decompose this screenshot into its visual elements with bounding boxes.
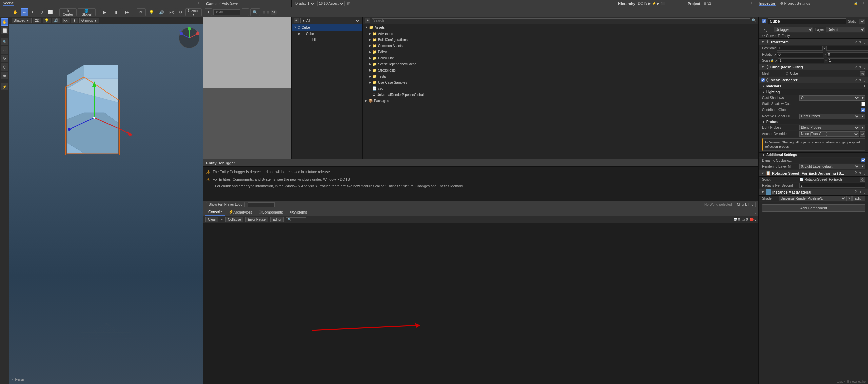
error-pause-btn[interactable]: Error Pause: [245, 217, 268, 222]
show-full-player-loop-btn[interactable]: Show Full Player Loop: [206, 202, 245, 207]
rendering-layer-arrow[interactable]: ▼: [860, 164, 865, 169]
rect-tool[interactable]: ⬜: [46, 8, 55, 16]
cast-shadows-select[interactable]: On: [799, 95, 860, 101]
console-search[interactable]: [286, 217, 306, 222]
transform-scene-tool[interactable]: ⊕: [1, 72, 8, 79]
archetypes-tab[interactable]: ⚡ Archetypes: [225, 208, 255, 216]
project-tab[interactable]: Project: [688, 2, 700, 6]
hier-panel-menu[interactable]: ⋮: [678, 2, 682, 5]
proj-build-configs[interactable]: ▶ 📁 BuildConfigurations: [363, 37, 758, 43]
play-btn[interactable]: ▶: [100, 8, 110, 16]
receive-global-arrow[interactable]: ▼: [860, 114, 865, 119]
hierarchy-add-btn[interactable]: +: [294, 18, 299, 23]
move-tool[interactable]: ↔: [21, 8, 28, 16]
anchor-override-select[interactable]: None (Transform): [799, 131, 859, 137]
mesh-filter-settings[interactable]: ⚙: [858, 65, 861, 69]
transform-settings-btn[interactable]: ⚙: [858, 40, 861, 44]
proj-packages[interactable]: ▶ 📦 Packages: [363, 98, 758, 104]
contribute-global-checkbox[interactable]: [861, 108, 865, 112]
rotate-scene-tool[interactable]: ↻: [1, 55, 8, 62]
insp-panel-menu[interactable]: ⋮: [862, 2, 865, 5]
audio-btn[interactable]: 🔊: [157, 8, 166, 16]
display-select[interactable]: Display 1: [294, 1, 315, 6]
mesh-target-btn[interactable]: ◎: [860, 71, 865, 76]
edit-shader-btn[interactable]: Edit...: [852, 196, 865, 201]
proj-assets[interactable]: ▼ 📁 Assets: [363, 24, 758, 31]
script-target-btn[interactable]: ◎: [860, 177, 865, 182]
transform-header[interactable]: ▼ ✛ Transform ? ⚙ ⋮: [759, 39, 868, 45]
gizmos-btn[interactable]: Gizmos ▼: [185, 8, 202, 16]
proj-common-assets[interactable]: ▶ 📁 Common Assets: [363, 43, 758, 49]
project-add-folder-btn[interactable]: +: [365, 18, 370, 23]
proj-panel-menu[interactable]: ⋮: [750, 2, 753, 5]
project-icon-search[interactable]: 🔍: [752, 18, 756, 23]
hier-item-cube-child[interactable]: ▶ ⬡ Cube: [292, 31, 362, 37]
game-panel-menu[interactable]: ⋮: [285, 2, 289, 5]
collapse-btn[interactable]: Collapse: [225, 217, 243, 222]
gizmos-view-btn[interactable]: Gizmos ▼: [79, 18, 99, 23]
game-maximize-btn[interactable]: ⊞: [347, 1, 350, 6]
pos-y[interactable]: [826, 46, 868, 51]
project-search-btn[interactable]: 🔍: [250, 8, 260, 16]
rotation-speed-header[interactable]: ▼ 📋 Rotation Speed_For Each Authoring (S…: [759, 170, 868, 177]
mesh-renderer-menu[interactable]: ⋮: [863, 78, 866, 82]
hand-tool[interactable]: ✋: [11, 8, 20, 16]
shader-arrow[interactable]: ▼: [846, 196, 852, 201]
chunk-info-btn[interactable]: Chunk Info: [735, 202, 756, 207]
view-type-btn[interactable]: 🔍: [1, 38, 8, 45]
instance-mat-menu[interactable]: ⋮: [863, 190, 866, 194]
scene-tab[interactable]: Scene: [3, 1, 14, 6]
proj-tests[interactable]: ▶ 📁 Tests: [363, 73, 758, 79]
instance-mat-help[interactable]: ?: [855, 190, 857, 194]
lighting-view-btn[interactable]: 💡: [43, 18, 51, 23]
move-scene-tool[interactable]: ↔: [1, 46, 8, 54]
light-probes-arrow[interactable]: ▼: [860, 125, 865, 130]
light-probes-select[interactable]: Blend Probes: [799, 125, 860, 130]
static-dropdown[interactable]: [859, 19, 865, 24]
pause-btn[interactable]: ⏸: [111, 8, 121, 16]
shader-select[interactable]: Universal Render Pipeline/Lit: [779, 196, 846, 201]
lighting-btn[interactable]: 💡: [147, 8, 156, 16]
project-settings-tab[interactable]: ⚙ Project Settings: [780, 1, 810, 6]
mesh-filter-header[interactable]: ▼ ⬡ Cube (Mesh Filter) ? ⚙ ⋮: [759, 64, 868, 70]
inspector-tab[interactable]: Inspector: [759, 1, 776, 6]
object-active-checkbox[interactable]: [762, 19, 766, 23]
hierarchy-search[interactable]: [213, 9, 240, 15]
receive-global-select[interactable]: Light Probes: [799, 114, 860, 119]
proj-advanced[interactable]: ▶ 📁 Advanced: [363, 31, 758, 37]
instance-mat-settings[interactable]: ⚙: [858, 190, 861, 194]
panel-menu-btn[interactable]: ⋮: [197, 2, 200, 5]
mesh-filter-menu[interactable]: ⋮: [863, 65, 866, 69]
scale-tool[interactable]: ⬡: [38, 8, 45, 16]
pivot-toggle[interactable]: ⊕ Center ▼: [59, 8, 77, 16]
proj-urp-global[interactable]: ▶ ⚙ UniversalRenderPipelineGlobal: [363, 92, 758, 98]
mesh-renderer-settings[interactable]: ⚙: [858, 78, 861, 82]
fx-view-btn[interactable]: FX: [62, 18, 70, 23]
rotation-speed-help[interactable]: ?: [855, 171, 857, 175]
clear-btn[interactable]: Clear: [205, 217, 218, 222]
step-btn[interactable]: ⏭: [122, 8, 133, 16]
scale-scene-tool[interactable]: ⬡: [1, 63, 8, 71]
global-toggle[interactable]: 🌐 Global ▼: [78, 8, 96, 16]
hier-item-cube-root[interactable]: ▼ ⬡ Cube: [292, 24, 362, 31]
rot-y[interactable]: [827, 52, 868, 57]
game-tab[interactable]: Game: [206, 2, 217, 6]
2d-btn[interactable]: 2D: [137, 8, 146, 16]
mesh-filter-help[interactable]: ?: [855, 65, 857, 69]
select-tool[interactable]: ⬜: [1, 27, 8, 34]
mesh-renderer-help[interactable]: ?: [855, 78, 857, 82]
proj-use-case-samples[interactable]: ▶ 📁 Use Case Samples: [363, 79, 758, 85]
scene-gizmo-widget[interactable]: X Y Z: [178, 27, 200, 49]
project-search-input[interactable]: [372, 18, 750, 23]
proj-editor[interactable]: ▶ 📁 Editor: [363, 49, 758, 55]
shaded-dropdown[interactable]: Shaded ▼: [12, 18, 32, 23]
proj-hello-cube[interactable]: ▶ 📁 HelloCube: [363, 55, 758, 61]
proj-stress-tests[interactable]: ▶ 📁 StressTests: [363, 67, 758, 73]
scale-y[interactable]: [828, 58, 868, 63]
proj-scene-dep-cache[interactable]: ▶ 📁 SceneDependencyCache: [363, 61, 758, 67]
tag-select[interactable]: Untagged: [774, 27, 813, 32]
console-tab[interactable]: Console: [205, 208, 225, 216]
rotation-speed-settings[interactable]: ⚙: [858, 171, 861, 175]
rot-x[interactable]: [777, 52, 823, 57]
proj-csc[interactable]: ▶ 📄 csc: [363, 85, 758, 92]
